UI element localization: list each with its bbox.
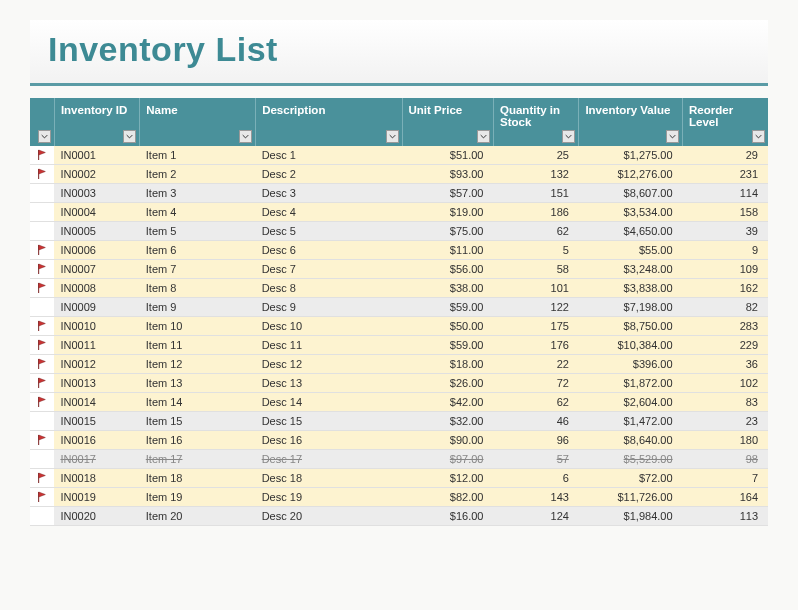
cell-qty: 46 [494,412,579,431]
table-row[interactable]: IN0009Item 9Desc 9$59.00122$7,198.0082 [30,298,768,317]
cell-reorder: 39 [683,222,768,241]
cell-price: $18.00 [402,355,493,374]
cell-name: Item 7 [140,260,256,279]
header-label: Quantity in Stock [500,104,560,128]
filter-button-value[interactable] [666,130,679,143]
table-row[interactable]: IN0016Item 16Desc 16$90.0096$8,640.00180 [30,431,768,450]
cell-reorder: 229 [683,336,768,355]
cell-price: $19.00 [402,203,493,222]
cell-qty: 62 [494,222,579,241]
flag-icon [32,320,52,332]
table-row[interactable]: IN0011Item 11Desc 11$59.00176$10,384.002… [30,336,768,355]
table-row[interactable]: IN0005Item 5Desc 5$75.0062$4,650.0039 [30,222,768,241]
flag-cell [30,222,54,241]
table-row[interactable]: IN0010Item 10Desc 10$50.00175$8,750.0028… [30,317,768,336]
table-row[interactable]: IN0007Item 7Desc 7$56.0058$3,248.00109 [30,260,768,279]
cell-price: $82.00 [402,488,493,507]
table-row[interactable]: IN0013Item 13Desc 13$26.0072$1,872.00102 [30,374,768,393]
cell-reorder: 7 [683,469,768,488]
table-row[interactable]: IN0015Item 15Desc 15$32.0046$1,472.0023 [30,412,768,431]
filter-button-price[interactable] [477,130,490,143]
cell-qty: 5 [494,241,579,260]
cell-desc: Desc 2 [256,165,402,184]
cell-id: IN0014 [54,393,139,412]
table-row[interactable]: IN0003Item 3Desc 3$57.00151$8,607.00114 [30,184,768,203]
cell-id: IN0005 [54,222,139,241]
table-row[interactable]: IN0017Item 17Desc 17$97.0057$5,529.0098 [30,450,768,469]
cell-qty: 132 [494,165,579,184]
table-row[interactable]: IN0004Item 4Desc 4$19.00186$3,534.00158 [30,203,768,222]
cell-value: $12,276.00 [579,165,683,184]
flag-icon [32,434,52,446]
cell-value: $4,650.00 [579,222,683,241]
cell-name: Item 14 [140,393,256,412]
cell-qty: 62 [494,393,579,412]
flag-icon [32,377,52,389]
filter-button-flag[interactable] [38,130,51,143]
cell-name: Item 3 [140,184,256,203]
cell-reorder: 83 [683,393,768,412]
flag-cell [30,393,54,412]
filter-button-qty[interactable] [562,130,575,143]
cell-qty: 25 [494,146,579,165]
cell-price: $59.00 [402,336,493,355]
header-reorder-level: Reorder Level [683,98,768,146]
table-row[interactable]: IN0019Item 19Desc 19$82.00143$11,726.001… [30,488,768,507]
cell-value: $8,607.00 [579,184,683,203]
table-row[interactable]: IN0018Item 18Desc 18$12.006$72.007 [30,469,768,488]
cell-qty: 124 [494,507,579,526]
cell-id: IN0012 [54,355,139,374]
chevron-down-icon [755,134,762,139]
header-label: Reorder Level [689,104,733,128]
flag-cell [30,146,54,165]
cell-value: $1,472.00 [579,412,683,431]
table-row[interactable]: IN0002Item 2Desc 2$93.00132$12,276.00231 [30,165,768,184]
cell-desc: Desc 1 [256,146,402,165]
cell-qty: 151 [494,184,579,203]
filter-button-reorder[interactable] [752,130,765,143]
cell-value: $8,750.00 [579,317,683,336]
flag-icon [32,491,52,503]
cell-reorder: 82 [683,298,768,317]
cell-name: Item 12 [140,355,256,374]
cell-reorder: 9 [683,241,768,260]
filter-button-desc[interactable] [386,130,399,143]
chevron-down-icon [565,134,572,139]
cell-name: Item 17 [140,450,256,469]
header-quantity: Quantity in Stock [494,98,579,146]
flag-cell [30,298,54,317]
cell-reorder: 113 [683,507,768,526]
table-row[interactable]: IN0014Item 14Desc 14$42.0062$2,604.0083 [30,393,768,412]
cell-reorder: 29 [683,146,768,165]
filter-button-id[interactable] [123,130,136,143]
table-row[interactable]: IN0006Item 6Desc 6$11.005$55.009 [30,241,768,260]
table-row[interactable]: IN0001Item 1Desc 1$51.0025$1,275.0029 [30,146,768,165]
cell-id: IN0011 [54,336,139,355]
chevron-down-icon [669,134,676,139]
cell-desc: Desc 6 [256,241,402,260]
table-row[interactable]: IN0008Item 8Desc 8$38.00101$3,838.00162 [30,279,768,298]
filter-button-name[interactable] [239,130,252,143]
flag-icon [32,339,52,351]
header-row: Inventory ID Name Description [30,98,768,146]
flag-icon [32,282,52,294]
cell-id: IN0007 [54,260,139,279]
flag-cell [30,355,54,374]
cell-price: $93.00 [402,165,493,184]
cell-qty: 176 [494,336,579,355]
cell-name: Item 16 [140,431,256,450]
cell-desc: Desc 19 [256,488,402,507]
header-label: Inventory Value [585,104,670,116]
cell-value: $72.00 [579,469,683,488]
cell-id: IN0016 [54,431,139,450]
cell-id: IN0004 [54,203,139,222]
flag-icon [32,472,52,484]
cell-name: Item 1 [140,146,256,165]
table-row[interactable]: IN0012Item 12Desc 12$18.0022$396.0036 [30,355,768,374]
cell-value: $7,198.00 [579,298,683,317]
cell-value: $1,984.00 [579,507,683,526]
cell-value: $1,872.00 [579,374,683,393]
cell-reorder: 180 [683,431,768,450]
table-row[interactable]: IN0020Item 20Desc 20$16.00124$1,984.0011… [30,507,768,526]
inventory-table-wrap: Inventory ID Name Description [30,98,768,526]
